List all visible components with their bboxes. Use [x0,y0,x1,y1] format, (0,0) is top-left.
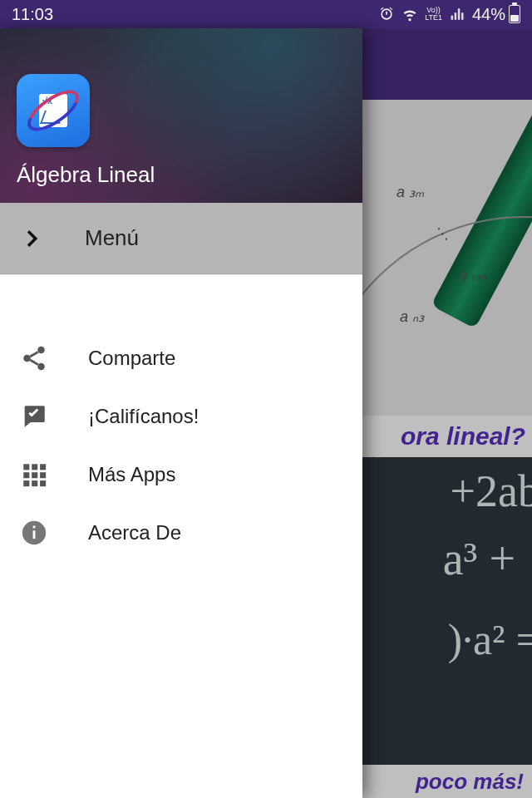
svg-rect-4 [32,464,37,470]
svg-rect-3 [23,464,29,470]
alarm-icon [378,6,395,22]
svg-point-2 [37,363,45,371]
drawer-item-about[interactable]: Acerca De [0,504,362,562]
share-icon [20,344,48,372]
chevron-right-icon [20,226,45,251]
drawer-scrim[interactable] [362,28,532,798]
drawer-item-label: Más Apps [88,463,175,486]
app-title: Álgebra Lineal [17,162,346,188]
drawer-item-label: Acerca De [88,521,181,544]
svg-point-1 [23,355,31,362]
lte-line2: LTE1 [425,14,442,22]
battery-icon [509,5,520,23]
drawer-header: Álgebra Lineal [0,28,362,203]
apps-icon [20,461,48,489]
drawer-item-more-apps[interactable]: Más Apps [0,446,362,504]
drawer-menu-label: Menú [85,225,139,251]
battery-fill [510,15,519,22]
svg-rect-7 [32,472,37,478]
svg-rect-14 [33,526,36,529]
drawer-menu-button[interactable]: Menú [0,203,362,274]
drawer-item-label: Comparte [88,347,175,370]
svg-rect-10 [32,480,37,486]
drawer-item-rate[interactable]: ¡Califícanos! [0,387,362,446]
drawer-item-share[interactable]: Comparte [0,329,362,387]
drawer-item-label: ¡Califícanos! [88,405,199,428]
lte-indicator: Vo)) LTE1 [425,7,442,22]
status-icons: Vo)) LTE1 44% [378,5,520,24]
app-icon [17,74,90,147]
svg-rect-6 [23,472,29,478]
svg-rect-5 [40,464,46,470]
status-bar: 11:03 Vo)) LTE1 44% [0,0,532,28]
svg-rect-9 [23,480,29,486]
wifi-icon [401,6,418,22]
svg-rect-11 [40,480,46,486]
battery-text: 44% [472,5,505,24]
status-clock: 11:03 [12,5,53,24]
svg-point-0 [37,347,45,354]
drawer-list: Comparte ¡Califícanos! Más Apps Acerca D… [0,279,362,562]
navigation-drawer: Álgebra Lineal Menú Comparte ¡Califícano… [0,28,362,798]
battery-indicator: 44% [472,5,520,24]
signal-icon [449,6,466,22]
svg-rect-8 [40,472,46,478]
info-icon [20,519,48,547]
svg-rect-13 [33,530,36,539]
rate-icon [20,402,48,431]
